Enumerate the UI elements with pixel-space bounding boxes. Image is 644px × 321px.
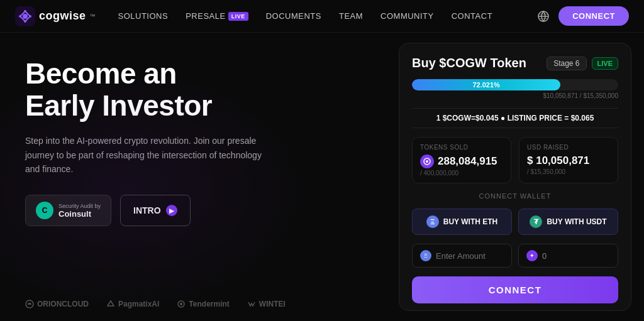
svg-point-1: [23, 14, 28, 19]
coinsult-button[interactable]: C Security Audit by Coinsult: [25, 195, 111, 226]
progress-amounts: $10,050,871 / $15,350,000: [412, 92, 618, 99]
partner-pagmatixai: PagmatixAI: [106, 300, 159, 308]
partner-orioncloud: ORIONCLOUD: [25, 300, 89, 308]
nav-solutions[interactable]: SOLUTIONS: [118, 11, 169, 21]
svg-point-2: [24, 10, 26, 13]
presale-live-badge: LIVE: [228, 12, 248, 21]
panel-badges: Stage 6 LIVE: [547, 57, 618, 70]
price-info: 1 $COGW=$0.045 ● LISTING PRICE = $0.065: [412, 108, 618, 128]
progress-section: 72.021% $10,050,871 / $15,350,000: [412, 79, 618, 99]
hero-section: Become an Early Investor Step into the A…: [0, 33, 399, 321]
coinsult-text: Security Audit by Coinsult: [58, 203, 101, 219]
logo[interactable]: cogwise™: [15, 6, 96, 26]
panel-header: Buy $COGW Token Stage 6 LIVE: [412, 56, 618, 70]
navbar: cogwise™ SOLUTIONS PRESALE LIVE DOCUMENT…: [0, 0, 644, 33]
partner-tendermint: Tendermint: [177, 300, 229, 308]
nav-community[interactable]: COMMUNITY: [380, 11, 434, 21]
stage-badge: Stage 6: [547, 57, 586, 70]
globe-icon[interactable]: [537, 10, 550, 23]
eth-input-icon: Ξ: [420, 250, 431, 261]
logo-tm: ™: [90, 13, 96, 19]
nav-team[interactable]: TEAM: [339, 11, 363, 21]
cogw-amount-input-box: ✦: [518, 244, 618, 268]
hero-buttons: C Security Audit by Coinsult INTRO ▶: [25, 195, 374, 226]
connect-wallet-label: CONNECT WALLET: [412, 192, 618, 200]
nav-right: CONNECT: [537, 6, 629, 26]
intro-play-icon: ▶: [166, 205, 177, 216]
svg-point-5: [19, 15, 21, 18]
hero-title: Become an Early Investor: [25, 58, 374, 121]
orioncloud-icon: [25, 300, 34, 308]
logo-text: cogwise: [39, 9, 86, 23]
panel-title: Buy $COGW Token: [412, 56, 526, 70]
eth-amount-input-box: Ξ: [412, 244, 512, 268]
tendermint-icon: [177, 300, 186, 308]
partner-wintei: WINTEI: [247, 300, 286, 308]
svg-marker-8: [108, 301, 114, 306]
nav-documents[interactable]: DOCUMENTS: [266, 11, 321, 21]
connect-main-button[interactable]: CONNECT: [412, 276, 618, 303]
live-badge: LIVE: [592, 57, 618, 70]
partner-logos: ORIONCLOUD PagmatixAI Tendermint WINTEI: [25, 300, 374, 308]
stats-row: TOKENS SOLD 288,084,915 / 400,000,000 US…: [412, 137, 618, 183]
enter-amount-input[interactable]: [436, 251, 504, 261]
nav-links: SOLUTIONS PRESALE LIVE DOCUMENTS TEAM CO…: [118, 11, 538, 21]
cogw-amount-input[interactable]: [542, 251, 610, 261]
progress-bar-fill: 72.021%: [412, 79, 560, 90]
cogw-stat-icon: [420, 155, 434, 168]
hero-subtitle: Step into the AI-powered crypto revoluti…: [25, 134, 277, 176]
nav-presale[interactable]: PRESALE LIVE: [186, 11, 248, 21]
hero-text: Become an Early Investor Step into the A…: [25, 58, 374, 300]
amount-inputs: Ξ ✦: [412, 244, 618, 268]
usd-raised-stat: USD RAISED $ 10,050,871 / $15,350,000: [519, 137, 618, 183]
svg-point-4: [24, 20, 26, 23]
buy-panel: Buy $COGW Token Stage 6 LIVE 72.021% $10…: [399, 43, 631, 311]
eth-icon: Ξ: [426, 215, 439, 228]
progress-bar-bg: 72.021%: [412, 79, 618, 90]
svg-point-3: [29, 15, 31, 18]
tokens-sold-value: 288,084,915: [438, 155, 497, 168]
wintei-icon: [247, 300, 256, 308]
intro-button[interactable]: INTRO ▶: [120, 195, 191, 226]
nav-connect-button[interactable]: CONNECT: [558, 6, 629, 26]
cogw-input-icon: ✦: [526, 250, 538, 261]
buy-eth-button[interactable]: Ξ BUY WITH ETH: [412, 209, 512, 235]
pagmatixai-icon: [106, 300, 115, 308]
tokens-sold-stat: TOKENS SOLD 288,084,915 / 400,000,000: [412, 137, 511, 183]
usd-raised-value: $ 10,050,871: [527, 155, 589, 167]
coinsult-icon: C: [36, 202, 53, 219]
progress-label: 72.021%: [472, 81, 499, 89]
nav-contact[interactable]: CONTACT: [452, 11, 492, 21]
usdt-icon: ₮: [530, 215, 542, 228]
svg-point-10: [180, 303, 182, 305]
main-content: Become an Early Investor Step into the A…: [0, 33, 644, 321]
buy-usdt-button[interactable]: ₮ BUY WITH USDT: [518, 209, 618, 235]
wallet-buttons: Ξ BUY WITH ETH ₮ BUY WITH USDT: [412, 209, 618, 235]
svg-point-12: [426, 160, 428, 163]
